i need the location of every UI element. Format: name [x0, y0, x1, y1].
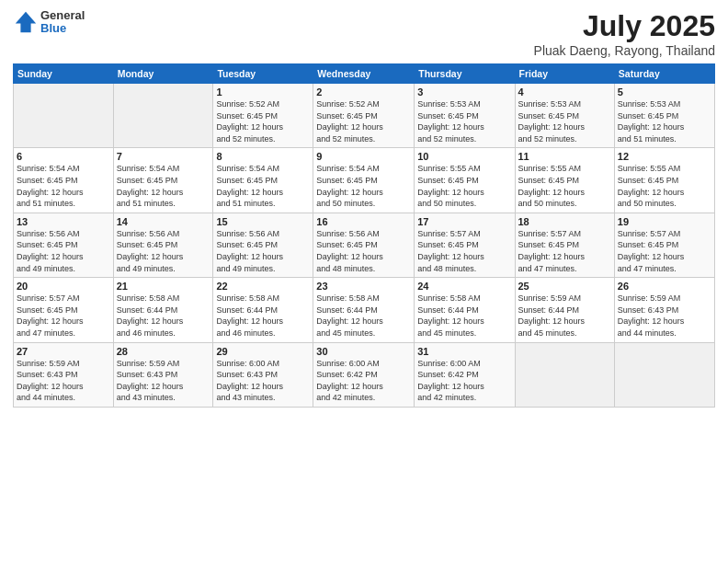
day-info: Sunrise: 5:59 AM Sunset: 6:43 PM Dayligh…: [618, 293, 711, 339]
calendar-cell: 4Sunrise: 5:53 AM Sunset: 6:45 PM Daylig…: [515, 84, 614, 148]
day-number: 26: [618, 281, 711, 292]
day-info: Sunrise: 5:57 AM Sunset: 6:45 PM Dayligh…: [417, 228, 511, 274]
day-info: Sunrise: 5:59 AM Sunset: 6:44 PM Dayligh…: [518, 293, 611, 339]
logo-text: General Blue: [40, 9, 85, 36]
calendar-cell: 20Sunrise: 5:57 AM Sunset: 6:45 PM Dayli…: [14, 278, 114, 342]
weekday-header: Tuesday: [213, 64, 313, 84]
day-info: Sunrise: 5:52 AM Sunset: 6:45 PM Dayligh…: [216, 98, 310, 144]
calendar-cell: 9Sunrise: 5:54 AM Sunset: 6:45 PM Daylig…: [313, 148, 415, 213]
day-number: 24: [417, 281, 511, 292]
day-info: Sunrise: 6:00 AM Sunset: 6:43 PM Dayligh…: [216, 358, 310, 404]
svg-marker-0: [16, 12, 36, 32]
calendar-cell: 29Sunrise: 6:00 AM Sunset: 6:43 PM Dayli…: [213, 342, 313, 407]
calendar-cell: 1Sunrise: 5:52 AM Sunset: 6:45 PM Daylig…: [213, 84, 313, 148]
day-number: 20: [17, 281, 110, 292]
day-number: 27: [17, 346, 110, 357]
calendar-week-row: 20Sunrise: 5:57 AM Sunset: 6:45 PM Dayli…: [14, 278, 715, 342]
logo-blue: Blue: [40, 22, 85, 35]
day-number: 6: [17, 151, 110, 162]
calendar-cell: 18Sunrise: 5:57 AM Sunset: 6:45 PM Dayli…: [515, 213, 614, 277]
day-number: 21: [117, 281, 210, 292]
day-info: Sunrise: 5:56 AM Sunset: 6:45 PM Dayligh…: [117, 228, 210, 274]
day-number: 28: [117, 346, 210, 357]
day-info: Sunrise: 5:55 AM Sunset: 6:45 PM Dayligh…: [618, 163, 711, 209]
day-number: 14: [117, 216, 210, 227]
title-block: July 2025 Pluak Daeng, Rayong, Thailand: [534, 9, 715, 58]
day-info: Sunrise: 6:00 AM Sunset: 6:42 PM Dayligh…: [417, 358, 511, 404]
calendar-week-row: 6Sunrise: 5:54 AM Sunset: 6:45 PM Daylig…: [14, 148, 715, 213]
day-info: Sunrise: 5:56 AM Sunset: 6:45 PM Dayligh…: [17, 228, 110, 274]
main-title: July 2025: [534, 9, 715, 43]
day-number: 23: [316, 281, 411, 292]
day-info: Sunrise: 5:57 AM Sunset: 6:45 PM Dayligh…: [518, 228, 611, 274]
day-number: 18: [518, 216, 611, 227]
calendar-cell: 5Sunrise: 5:53 AM Sunset: 6:45 PM Daylig…: [614, 84, 714, 148]
calendar-cell: [14, 84, 114, 148]
calendar-cell: 13Sunrise: 5:56 AM Sunset: 6:45 PM Dayli…: [14, 213, 114, 277]
calendar-cell: 14Sunrise: 5:56 AM Sunset: 6:45 PM Dayli…: [113, 213, 213, 277]
weekday-header: Friday: [515, 64, 614, 84]
weekday-header: Thursday: [415, 64, 515, 84]
calendar-cell: 19Sunrise: 5:57 AM Sunset: 6:45 PM Dayli…: [614, 213, 714, 277]
day-number: 17: [417, 216, 511, 227]
day-info: Sunrise: 5:58 AM Sunset: 6:44 PM Dayligh…: [216, 293, 310, 339]
day-number: 19: [618, 216, 711, 227]
calendar-cell: 8Sunrise: 5:54 AM Sunset: 6:45 PM Daylig…: [213, 148, 313, 213]
logo: General Blue: [13, 9, 85, 36]
day-info: Sunrise: 5:53 AM Sunset: 6:45 PM Dayligh…: [417, 98, 511, 144]
day-number: 3: [417, 86, 511, 98]
day-number: 4: [518, 86, 611, 98]
logo-general: General: [40, 9, 85, 22]
day-number: 25: [518, 281, 611, 292]
day-info: Sunrise: 5:58 AM Sunset: 6:44 PM Dayligh…: [117, 293, 210, 339]
day-number: 30: [316, 346, 411, 357]
day-number: 9: [316, 151, 411, 162]
weekday-header: Monday: [113, 64, 213, 84]
calendar-cell: [614, 342, 714, 407]
calendar-week-row: 13Sunrise: 5:56 AM Sunset: 6:45 PM Dayli…: [14, 213, 715, 277]
weekday-header: Saturday: [614, 64, 714, 84]
calendar-cell: 12Sunrise: 5:55 AM Sunset: 6:45 PM Dayli…: [614, 148, 714, 213]
weekday-header: Sunday: [14, 64, 114, 84]
calendar-cell: 31Sunrise: 6:00 AM Sunset: 6:42 PM Dayli…: [415, 342, 515, 407]
calendar-cell: 11Sunrise: 5:55 AM Sunset: 6:45 PM Dayli…: [515, 148, 614, 213]
day-number: 22: [216, 281, 310, 292]
calendar-cell: 25Sunrise: 5:59 AM Sunset: 6:44 PM Dayli…: [515, 278, 614, 342]
day-info: Sunrise: 5:57 AM Sunset: 6:45 PM Dayligh…: [17, 293, 110, 339]
day-info: Sunrise: 5:56 AM Sunset: 6:45 PM Dayligh…: [216, 228, 310, 274]
day-info: Sunrise: 5:54 AM Sunset: 6:45 PM Dayligh…: [316, 163, 411, 209]
day-number: 12: [618, 151, 711, 162]
day-info: Sunrise: 5:54 AM Sunset: 6:45 PM Dayligh…: [117, 163, 210, 209]
day-info: Sunrise: 5:58 AM Sunset: 6:44 PM Dayligh…: [316, 293, 411, 339]
calendar-cell: 15Sunrise: 5:56 AM Sunset: 6:45 PM Dayli…: [213, 213, 313, 277]
calendar-cell: 6Sunrise: 5:54 AM Sunset: 6:45 PM Daylig…: [14, 148, 114, 213]
day-info: Sunrise: 5:56 AM Sunset: 6:45 PM Dayligh…: [316, 228, 411, 274]
calendar-cell: 30Sunrise: 6:00 AM Sunset: 6:42 PM Dayli…: [313, 342, 415, 407]
calendar-cell: 28Sunrise: 5:59 AM Sunset: 6:43 PM Dayli…: [113, 342, 213, 407]
calendar-cell: [515, 342, 614, 407]
calendar-cell: 3Sunrise: 5:53 AM Sunset: 6:45 PM Daylig…: [415, 84, 515, 148]
calendar-cell: 2Sunrise: 5:52 AM Sunset: 6:45 PM Daylig…: [313, 84, 415, 148]
day-number: 11: [518, 151, 611, 162]
calendar-cell: 22Sunrise: 5:58 AM Sunset: 6:44 PM Dayli…: [213, 278, 313, 342]
subtitle: Pluak Daeng, Rayong, Thailand: [534, 43, 715, 58]
calendar-table: SundayMondayTuesdayWednesdayThursdayFrid…: [13, 63, 715, 408]
calendar-cell: 16Sunrise: 5:56 AM Sunset: 6:45 PM Dayli…: [313, 213, 415, 277]
calendar-week-row: 27Sunrise: 5:59 AM Sunset: 6:43 PM Dayli…: [14, 342, 715, 407]
day-info: Sunrise: 5:59 AM Sunset: 6:43 PM Dayligh…: [117, 358, 210, 404]
day-number: 5: [618, 86, 711, 98]
day-info: Sunrise: 5:58 AM Sunset: 6:44 PM Dayligh…: [417, 293, 511, 339]
day-number: 29: [216, 346, 310, 357]
day-info: Sunrise: 5:53 AM Sunset: 6:45 PM Dayligh…: [618, 98, 711, 144]
calendar-cell: 7Sunrise: 5:54 AM Sunset: 6:45 PM Daylig…: [113, 148, 213, 213]
day-info: Sunrise: 5:54 AM Sunset: 6:45 PM Dayligh…: [17, 163, 110, 209]
day-number: 13: [17, 216, 110, 227]
calendar-week-row: 1Sunrise: 5:52 AM Sunset: 6:45 PM Daylig…: [14, 84, 715, 148]
calendar-cell: 27Sunrise: 5:59 AM Sunset: 6:43 PM Dayli…: [14, 342, 114, 407]
weekday-header: Wednesday: [313, 64, 415, 84]
day-info: Sunrise: 5:59 AM Sunset: 6:43 PM Dayligh…: [17, 358, 110, 404]
calendar-cell: 17Sunrise: 5:57 AM Sunset: 6:45 PM Dayli…: [415, 213, 515, 277]
calendar-cell: 10Sunrise: 5:55 AM Sunset: 6:45 PM Dayli…: [415, 148, 515, 213]
day-info: Sunrise: 5:57 AM Sunset: 6:45 PM Dayligh…: [618, 228, 711, 274]
calendar-cell: 21Sunrise: 5:58 AM Sunset: 6:44 PM Dayli…: [113, 278, 213, 342]
